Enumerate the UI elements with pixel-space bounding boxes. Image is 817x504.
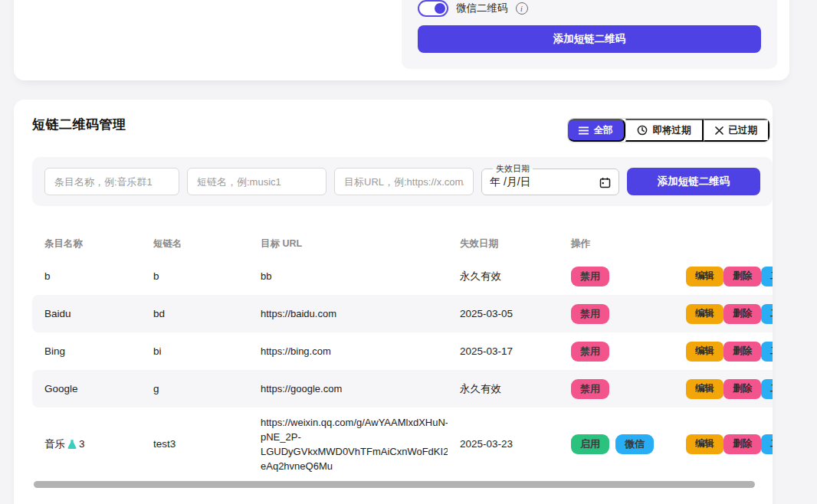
actions-cell: 编辑 删除 二维码 bbox=[674, 379, 773, 399]
shortlink-manager-card: 短链二维码管理 全部 即将过期 已过期 失效日期 年 /月/日 添加短链二维码 bbox=[14, 100, 773, 504]
horizontal-scrollbar bbox=[34, 481, 771, 488]
expiry-date-label: 失效日期 bbox=[493, 163, 533, 175]
target-url-cell: https://baidu.com bbox=[248, 306, 448, 321]
status-cell: 禁用 bbox=[559, 342, 674, 362]
wechat-qr-toggle[interactable] bbox=[418, 0, 448, 17]
qrcode-button[interactable]: 二维码 bbox=[761, 267, 773, 286]
expiry-cell: 永久有效 bbox=[448, 270, 559, 283]
status-cell: 禁用 bbox=[559, 379, 674, 399]
slug-cell: bd bbox=[141, 308, 248, 319]
column-header: 短链名 bbox=[141, 237, 248, 250]
slug-input[interactable] bbox=[187, 168, 326, 195]
delete-button[interactable]: 删除 bbox=[723, 267, 761, 286]
target-url-cell: bb bbox=[248, 269, 448, 283]
table-row: bbbb永久有效禁用 编辑 删除 二维码 bbox=[32, 257, 773, 295]
delete-button[interactable]: 删除 bbox=[723, 434, 761, 454]
expiry-cell: 2025-03-05 bbox=[448, 308, 559, 319]
target-url-cell: https://weixin.qq.com/g/AwYAAMlxdXHuN-pN… bbox=[248, 415, 448, 473]
status-cell: 禁用 bbox=[559, 304, 674, 324]
entry-name-cell: 音乐 3 bbox=[32, 437, 141, 451]
entry-name-cell: Baidu bbox=[32, 308, 141, 319]
actions-cell: 编辑 删除 二维码 bbox=[674, 434, 773, 454]
add-shortlink-qr-button-top[interactable]: 添加短链二维码 bbox=[418, 25, 761, 53]
filter-label: 已过期 bbox=[729, 124, 758, 137]
qrcode-button[interactable]: 二维码 bbox=[761, 342, 773, 362]
status-badge-disabled[interactable]: 禁用 bbox=[571, 267, 609, 286]
delete-button[interactable]: 删除 bbox=[723, 379, 761, 399]
expiry-date-value: 年 /月/日 bbox=[490, 175, 531, 189]
edit-button[interactable]: 编辑 bbox=[686, 304, 723, 324]
target-url-cell: https://google.com bbox=[248, 381, 448, 396]
filter-button[interactable]: 已过期 bbox=[704, 119, 770, 142]
filter-label: 全部 bbox=[594, 124, 613, 137]
slug-cell: b bbox=[141, 270, 248, 282]
expiry-date-field[interactable]: 失效日期 年 /月/日 bbox=[481, 163, 619, 195]
entry-name-cell: Google bbox=[32, 383, 141, 394]
filter-active-button[interactable]: 全部 bbox=[568, 119, 625, 142]
slug-cell: bi bbox=[141, 345, 248, 357]
calendar-icon bbox=[599, 177, 611, 188]
actions-cell: 编辑 删除 二维码 bbox=[674, 342, 773, 362]
target-url-input[interactable] bbox=[334, 168, 474, 195]
table-row: Bingbihttps://bing.com2025-03-17禁用 编辑 删除… bbox=[32, 332, 773, 370]
qrcode-button[interactable]: 二维码 bbox=[761, 304, 773, 324]
shortlink-table: 条目名称短链名目标 URL失效日期操作bbbb永久有效禁用 编辑 删除 二维码 … bbox=[32, 230, 773, 480]
status-badge-wechat: 微信 bbox=[615, 434, 654, 454]
flask-icon bbox=[67, 439, 77, 450]
status-cell: 禁用 bbox=[559, 267, 674, 286]
actions-cell: 编辑 删除 二维码 bbox=[674, 267, 773, 286]
edit-button[interactable]: 编辑 bbox=[686, 342, 723, 362]
target-url-cell: https://bing.com bbox=[248, 344, 448, 358]
edit-button[interactable]: 编辑 bbox=[686, 434, 723, 454]
expiry-cell: 2025-03-17 bbox=[448, 345, 559, 357]
slug-cell: g bbox=[141, 383, 248, 394]
wechat-qr-toggle-label: 微信二维码 bbox=[456, 2, 508, 15]
column-header: 目标 URL bbox=[248, 237, 448, 250]
wechat-qr-panel: 微信二维码 i 添加短链二维码 bbox=[402, 0, 777, 69]
table-row: Baidubdhttps://baidu.com2025-03-05禁用 编辑 … bbox=[32, 295, 773, 332]
actions-cell: 编辑 删除 二维码 bbox=[674, 304, 773, 324]
entry-name-input[interactable] bbox=[44, 168, 179, 195]
table-scroll-area[interactable]: 条目名称短链名目标 URL失效日期操作bbbb永久有效禁用 编辑 删除 二维码 … bbox=[32, 230, 773, 480]
table-row: Googleghttps://google.com永久有效禁用 编辑 删除 二维… bbox=[32, 370, 773, 407]
edit-button[interactable]: 编辑 bbox=[686, 267, 723, 286]
status-badge-disabled[interactable]: 禁用 bbox=[571, 379, 609, 399]
add-shortlink-qr-button[interactable]: 添加短链二维码 bbox=[627, 168, 760, 195]
wechat-qr-card: 微信二维码 i 添加短链二维码 bbox=[14, 0, 789, 80]
status-badge-disabled[interactable]: 禁用 bbox=[571, 304, 609, 324]
scrollbar-thumb[interactable] bbox=[34, 481, 755, 488]
page-title: 短链二维码管理 bbox=[32, 116, 126, 133]
expiry-cell: 永久有效 bbox=[448, 382, 559, 396]
edit-button[interactable]: 编辑 bbox=[686, 379, 723, 399]
entry-name-cell: Bing bbox=[32, 345, 141, 357]
column-header: 失效日期 bbox=[448, 237, 559, 250]
clock-icon bbox=[637, 125, 648, 136]
filter-group: 全部 即将过期 已过期 bbox=[567, 118, 771, 142]
x-icon bbox=[715, 126, 723, 135]
toggle-knob bbox=[435, 3, 445, 14]
column-header: 条目名称 bbox=[32, 237, 141, 250]
filter-label: 即将过期 bbox=[653, 124, 691, 137]
expiry-cell: 2025-03-23 bbox=[448, 438, 559, 450]
info-icon[interactable]: i bbox=[516, 2, 528, 15]
qrcode-button[interactable]: 二维码 bbox=[761, 379, 773, 399]
column-header: 操作 bbox=[559, 237, 674, 250]
status-badge-disabled[interactable]: 禁用 bbox=[571, 342, 609, 362]
slug-cell: test3 bbox=[141, 438, 248, 450]
entry-name-cell: b bbox=[32, 270, 141, 282]
delete-button[interactable]: 删除 bbox=[723, 304, 761, 324]
table-row: 音乐 3test3https://weixin.qq.com/g/AwYAAMl… bbox=[32, 407, 773, 480]
qrcode-button[interactable]: 二维码 bbox=[761, 434, 773, 454]
delete-button[interactable]: 删除 bbox=[723, 342, 761, 362]
add-shortlink-form: 失效日期 年 /月/日 添加短链二维码 bbox=[32, 157, 773, 206]
filter-button[interactable]: 即将过期 bbox=[625, 119, 704, 142]
list-icon bbox=[579, 126, 589, 135]
status-cell: 启用微信 bbox=[559, 434, 674, 454]
status-badge-enabled[interactable]: 启用 bbox=[571, 434, 609, 454]
table-header-row: 条目名称短链名目标 URL失效日期操作 bbox=[32, 230, 773, 257]
